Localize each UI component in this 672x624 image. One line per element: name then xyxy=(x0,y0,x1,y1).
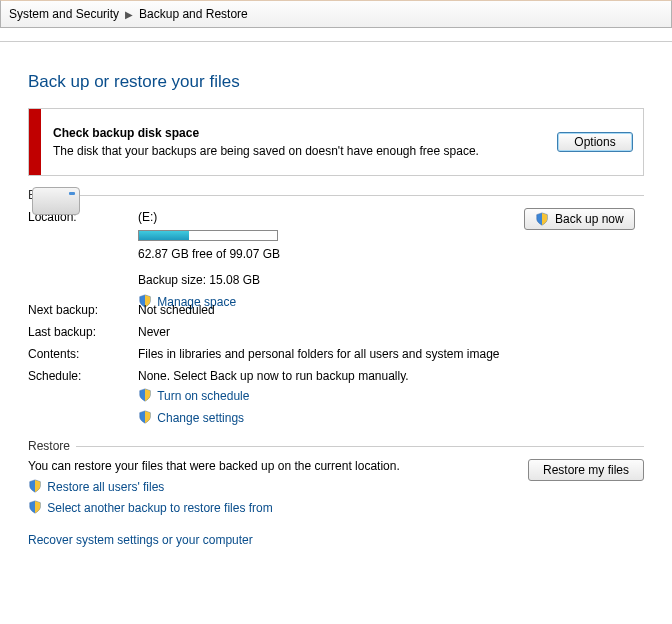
drive-icon xyxy=(32,187,80,215)
shield-icon xyxy=(28,479,42,493)
alert-stripe xyxy=(29,109,41,175)
restore-section-heading: Restore xyxy=(28,439,644,453)
label-next-backup: Next backup: xyxy=(28,301,138,319)
breadcrumb: System and Security ▶ Backup and Restore xyxy=(0,0,672,28)
drive-letter: (E:) xyxy=(138,208,504,226)
alert-title: Check backup disk space xyxy=(53,126,545,140)
breadcrumb-item-backup-restore[interactable]: Backup and Restore xyxy=(139,7,248,21)
shield-icon xyxy=(28,500,42,514)
label-schedule: Schedule: xyxy=(28,367,138,427)
shield-icon xyxy=(535,212,549,226)
label-contents: Contents: xyxy=(28,345,138,363)
alert-desc: The disk that your backups are being sav… xyxy=(53,144,545,158)
shield-icon xyxy=(138,410,152,424)
restore-all-users-link[interactable]: Restore all users' files xyxy=(47,480,164,494)
restore-desc: You can restore your files that were bac… xyxy=(28,459,528,473)
options-button[interactable]: Options xyxy=(557,132,633,152)
label-last-backup: Last backup: xyxy=(28,323,138,341)
back-up-now-button[interactable]: Back up now xyxy=(524,208,635,230)
value-last-backup: Never xyxy=(138,323,644,341)
restore-my-files-button[interactable]: Restore my files xyxy=(528,459,644,481)
value-next-backup: Not scheduled xyxy=(138,301,644,319)
value-schedule: None. Select Back up now to run backup m… xyxy=(138,367,624,385)
value-contents: Files in libraries and personal folders … xyxy=(138,345,644,363)
free-space-text: 62.87 GB free of 99.07 GB xyxy=(138,245,504,263)
breadcrumb-item-system-security[interactable]: System and Security xyxy=(9,7,119,21)
change-settings-link[interactable]: Change settings xyxy=(157,411,244,425)
disk-space-bar xyxy=(138,230,278,241)
turn-on-schedule-link[interactable]: Turn on schedule xyxy=(157,389,249,403)
label-location: Location: xyxy=(28,208,138,311)
backup-size-text: Backup size: 15.08 GB xyxy=(138,271,504,289)
recover-system-link[interactable]: Recover system settings or your computer xyxy=(28,533,253,547)
alert-banner: Check backup disk space The disk that yo… xyxy=(28,108,644,176)
chevron-right-icon[interactable]: ▶ xyxy=(125,9,133,20)
select-another-backup-link[interactable]: Select another backup to restore files f… xyxy=(47,501,272,515)
shield-icon xyxy=(138,388,152,402)
page-title: Back up or restore your files xyxy=(28,72,644,92)
